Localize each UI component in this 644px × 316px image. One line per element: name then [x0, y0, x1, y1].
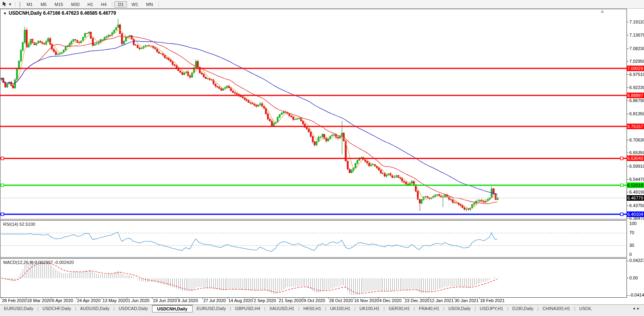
tab-scroll-right-icon[interactable]: ▸ — [637, 306, 642, 310]
chart-tab-fra40-h1[interactable]: FRA40,H1 — [415, 305, 443, 312]
chart-tab-usoil-daily[interactable]: USOil,Daily — [444, 305, 474, 312]
macd-panel[interactable] — [0, 258, 627, 298]
rsi-indicator-label: RSI(14) 52.5100 — [3, 222, 35, 227]
date-tick-label: 28 Feb 2020 — [2, 298, 27, 303]
price-tick-label: 6.81350 — [629, 111, 644, 116]
date-tick-label: 24 Apr 2020 — [77, 298, 100, 303]
timeframe-button-h4[interactable]: H4 — [97, 1, 110, 8]
cursor-tool-icon[interactable] — [1, 1, 8, 8]
chart-tab-eurusd-daily[interactable]: EURUSD,Daily — [193, 305, 230, 312]
timeframe-button-d1[interactable]: D1 — [114, 1, 127, 8]
timeframe-buttons: M1M5M15M30H1H4D1W1MN — [23, 1, 160, 8]
price-tick-label: 6.65350 — [629, 150, 644, 155]
date-tick-label: 18 Feb 2021 — [480, 298, 505, 303]
price-tick-label: 7.08230 — [629, 46, 644, 51]
rsi-tick-label: 0 — [629, 252, 644, 257]
timeframe-button-m5[interactable]: M5 — [37, 1, 50, 8]
chart-tab-uk100-h1[interactable]: UK100,H1 — [326, 305, 355, 312]
date-tick-label: 30 Jan 2021 — [455, 298, 479, 303]
price-tick-label: 6.86790 — [629, 98, 644, 103]
timeframe-button-h1[interactable]: H1 — [84, 1, 96, 8]
price-tick-label: 6.54470 — [629, 177, 644, 182]
hline-price-tag: 6.76157 — [627, 124, 644, 129]
toolbar-separator — [15, 2, 15, 7]
chart-tab-hk50-h1[interactable]: HK50,H1 — [299, 305, 325, 312]
rsi-tick-label: 30 — [629, 243, 644, 248]
chart-tab-gbpusd-h4[interactable]: GBPUSD,H4 — [231, 305, 264, 312]
date-tick-label: 28 Oct 2020 — [329, 298, 353, 303]
hline-price-tag: 6.63040 — [627, 155, 644, 161]
chart-tab-eurusd-daily[interactable]: EURUSD,Daily — [0, 305, 37, 312]
timeframe-button-w1[interactable]: W1 — [128, 1, 142, 8]
date-tick-label: 2 Sep 2020 — [254, 298, 276, 303]
chart-dropdown-icon[interactable]: ▼ — [3, 12, 7, 16]
toolbar-grip[interactable] — [19, 2, 21, 7]
macd-tick-label: 0.00 — [629, 275, 644, 280]
chart-tab-usdcnh-daily[interactable]: USDCNH,Daily — [152, 305, 193, 312]
date-tick-label: 9 Oct 2020 — [304, 298, 325, 303]
date-tick-label: 27 Jul 2020 — [203, 298, 226, 303]
current-price-tag: 6.46779 — [627, 195, 644, 201]
chart-tab-usdchf-daily[interactable]: USDCHF,Daily — [39, 305, 75, 312]
timeframe-button-m1[interactable]: M1 — [23, 1, 36, 8]
chart-tab-usdjpy-h1[interactable]: USDJPY,H1 — [476, 305, 507, 312]
price-tick-label: 7.19110 — [629, 19, 644, 24]
chart-title: ▼USDCNH,Daily 6.47166 6.47623 6.46585 6.… — [3, 10, 116, 16]
date-tick-label: 14 Aug 2020 — [228, 298, 253, 303]
chart-tab-china300-h1[interactable]: CHINA300,H1 — [538, 305, 574, 312]
date-tick-label: 12 Jan 2021 — [430, 298, 454, 303]
timeframe-button-m30[interactable]: M30 — [67, 1, 83, 8]
timeframe-toolbar: ▼ M1M5M15M30H1H4D1W1MN — [0, 0, 644, 9]
chart-tab-audusd-daily[interactable]: AUDUSD,Daily — [76, 305, 114, 312]
dropdown-caret-icon[interactable]: ▼ — [8, 2, 12, 6]
macd-indicator-label: MACD(12,26,9) 0.002997 -0.002420 — [3, 260, 74, 265]
price-tick-label: 6.97510 — [629, 72, 644, 77]
chart-tab-ger30-h1[interactable]: GER30,H1 — [385, 305, 414, 312]
price-tick-label: 6.49190 — [629, 190, 644, 194]
hline-price-tag: 6.40104 — [627, 211, 644, 217]
date-tick-label: 8 Jul 2020 — [178, 298, 198, 303]
date-tick-label: 16 Nov 2020 — [354, 298, 379, 303]
hline-price-tag: 7.00029 — [627, 66, 644, 71]
date-tick-label: 13 May 2020 — [102, 298, 128, 303]
price-tick-label: 6.70630 — [629, 138, 644, 142]
hline-price-tag: 6.88897 — [627, 93, 644, 98]
date-tick-label: 19 Jun 2020 — [153, 298, 177, 303]
timeframe-button-m15[interactable]: M15 — [51, 1, 66, 8]
rsi-panel[interactable] — [0, 220, 627, 258]
chart-tabs: EURUSD,Daily|USDCHF,Daily|AUDUSD,Daily|U… — [0, 305, 632, 312]
chart-tab-xauusd-h1[interactable]: XAUUSD,H1 — [265, 305, 298, 312]
chart-tab-bar: EURUSD,Daily|USDCHF,Daily|AUDUSD,Daily|U… — [0, 304, 644, 316]
main-chart-panel[interactable] — [0, 9, 627, 219]
chart-title-text: USDCNH,Daily 6.47166 6.47623 6.46585 6.4… — [9, 10, 116, 16]
toolbar-separator — [112, 2, 112, 7]
chart-tab-usoil-[interactable]: USOil, — [575, 305, 596, 312]
timeframe-button-mn[interactable]: MN — [143, 1, 156, 8]
tab-scroll-left-icon[interactable]: ◂ — [633, 306, 637, 310]
toolbar-separator — [158, 2, 159, 7]
date-tick-label: 6 Apr 2020 — [52, 298, 73, 303]
price-tick-label: 6.43750 — [629, 203, 644, 208]
chart-tab-uk100-h1[interactable]: UK100,H1 — [355, 305, 384, 312]
date-tick-label: 18 Mar 2020 — [27, 298, 52, 303]
rsi-tick-label: 70 — [629, 230, 644, 235]
chart-tab-usdcad-daily[interactable]: USDCAD,Daily — [115, 305, 152, 312]
date-tick-label: 4 Dec 2020 — [379, 298, 401, 303]
trading-terminal-window: ▼ M1M5M15M30H1H4D1W1MN ▼USDCNH,Daily 6.4… — [0, 0, 644, 316]
date-tick-label: 1 Jun 2020 — [128, 298, 149, 303]
macd-tick-label: 0.042275 — [629, 258, 644, 263]
hline-price-tag: 6.52018 — [627, 182, 644, 188]
price-tick-label: 6.59910 — [629, 164, 644, 169]
macd-tick-label: -0.04148 — [629, 293, 644, 297]
tab-scroll-arrows: ◂▸ — [632, 305, 644, 310]
price-tick-label: 6.92230 — [629, 85, 644, 90]
date-tick-label: 23 Dec 2020 — [405, 298, 429, 303]
rsi-tick-label: 100 — [629, 221, 644, 226]
chart-tab-dj30-daily[interactable]: DJ30,Daily — [508, 305, 537, 312]
price-tick-label: 7.13670 — [629, 33, 644, 37]
date-tick-label: 21 Sep 2020 — [279, 298, 303, 303]
price-tick-label: 7.02950 — [629, 59, 644, 64]
